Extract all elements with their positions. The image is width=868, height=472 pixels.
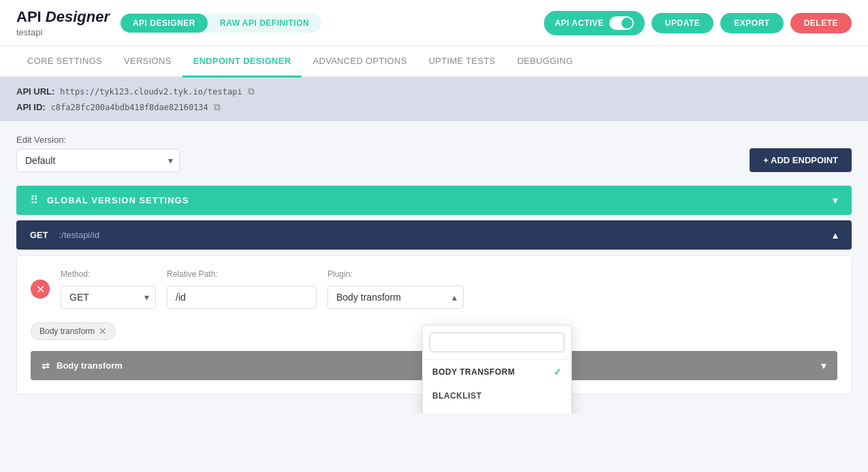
api-active-button[interactable]: API ACTIVE	[544, 11, 645, 35]
header-right: API ACTIVE UPDATE EXPORT DELETE	[544, 11, 852, 35]
api-info-bar: API URL: https://tyk123.cloudv2.tyk.io/t…	[0, 78, 868, 121]
header: API Designer testapi API DESIGNER RAW AP…	[0, 0, 868, 46]
endpoint-bar[interactable]: GET :/testapi/id ▴	[16, 220, 852, 250]
plugin-select-wrapper: Body transform	[327, 286, 464, 309]
tab-core-settings[interactable]: CORE SETTINGS	[16, 46, 113, 78]
drag-handle-icon: ⠿	[30, 194, 39, 207]
version-selector-group: Edit Version: Default	[16, 135, 180, 172]
method-select[interactable]: GET POST PUT DELETE	[61, 286, 156, 309]
raw-api-mode-btn[interactable]: RAW API DEFINITION	[208, 14, 321, 33]
edit-version-row: Edit Version: Default + ADD ENDPOINT	[16, 135, 852, 172]
api-active-toggle[interactable]	[609, 16, 634, 30]
mode-switcher: API DESIGNER RAW API DEFINITION	[120, 14, 321, 33]
tab-endpoint-designer[interactable]: ENDPOINT DESIGNER	[182, 46, 302, 78]
header-left: API Designer testapi API DESIGNER RAW AP…	[16, 8, 321, 37]
tag-label: Body transform	[39, 326, 95, 336]
version-label: Edit Version:	[16, 135, 180, 145]
dropdown-item-body-transform[interactable]: BODY TRANSFORM ✓	[423, 360, 571, 384]
add-endpoint-button[interactable]: + ADD ENDPOINT	[750, 148, 852, 172]
endpoint-fields: ✕ Method: GET POST PUT DELETE Relative P…	[31, 269, 837, 309]
dropdown-item-blacklist[interactable]: BLACKLIST	[423, 384, 571, 407]
check-icon: ✓	[553, 367, 562, 377]
api-active-label: API ACTIVE	[555, 18, 604, 28]
method-field-group: Method: GET POST PUT DELETE	[61, 269, 156, 309]
api-id-label: API ID:	[16, 102, 46, 112]
dropdown-search-area	[423, 326, 571, 360]
body-transform-label: Body transform	[57, 360, 123, 371]
global-settings-title: ⠿ GLOBAL VERSION SETTINGS	[30, 194, 189, 207]
copy-id-icon[interactable]: ⧉	[214, 101, 221, 113]
version-select[interactable]: Default	[16, 149, 180, 172]
main-content: Edit Version: Default + ADD ENDPOINT ⠿ G…	[0, 121, 868, 414]
path-field-group: Relative Path:	[167, 269, 317, 309]
delete-endpoint-button[interactable]: ✕	[31, 280, 50, 299]
plugin-field-label: Plugin:	[327, 269, 464, 279]
api-id-value: c8fa28fc200a4bdb418f8dae82160134	[51, 103, 208, 112]
app-subtitle: testapi	[16, 27, 110, 37]
endpoint-path-label: :/testapi/id	[59, 230, 99, 240]
nav-tabs: CORE SETTINGS VERSIONS ENDPOINT DESIGNER…	[0, 46, 868, 78]
body-transform-tag: Body transform ✕	[31, 322, 116, 340]
plugin-select[interactable]: Body transform	[327, 286, 464, 309]
tab-debugging[interactable]: DEBUGGING	[507, 46, 584, 78]
api-url-value: https://tyk123.cloudv2.tyk.io/testapi	[60, 87, 242, 97]
logo-area: API Designer testapi	[16, 8, 110, 37]
path-field-label: Relative Path:	[167, 269, 317, 279]
method-select-wrapper: GET POST PUT DELETE	[61, 286, 156, 309]
tab-uptime-tests[interactable]: UPTIME TESTS	[418, 46, 507, 78]
api-id-row: API ID: c8fa28fc200a4bdb418f8dae82160134…	[16, 101, 852, 113]
endpoint-info: GET :/testapi/id	[30, 230, 99, 240]
copy-url-icon[interactable]: ⧉	[248, 86, 255, 97]
plugin-field-group: Plugin: Body transform	[327, 269, 464, 309]
dropdown-item-label: BLACKLIST	[432, 391, 482, 401]
export-button[interactable]: EXPORT	[720, 13, 783, 33]
global-settings-label: GLOBAL VERSION SETTINGS	[47, 195, 189, 205]
update-button[interactable]: UPDATE	[652, 13, 713, 33]
tag-remove-button[interactable]: ✕	[99, 326, 107, 337]
app-title: API Designer	[16, 8, 110, 26]
global-version-settings-bar[interactable]: ⠿ GLOBAL VERSION SETTINGS ▾	[16, 186, 852, 215]
endpoint-chevron-icon: ▴	[833, 229, 838, 241]
body-transform-icon: ⇄	[42, 360, 50, 371]
dropdown-item-label: BODY TRANSFORM	[432, 367, 515, 377]
plugin-dropdown: BODY TRANSFORM ✓ BLACKLIST CACHE CIRCUIT…	[422, 325, 572, 414]
path-input[interactable]	[167, 286, 317, 309]
tab-versions[interactable]: VERSIONS	[113, 46, 182, 78]
dropdown-item-cache[interactable]: CACHE	[423, 407, 571, 414]
version-select-wrapper: Default	[16, 149, 180, 172]
endpoint-method-label: GET	[30, 230, 48, 240]
delete-button[interactable]: DELETE	[790, 13, 852, 33]
body-transform-chevron-icon: ▾	[821, 359, 826, 372]
dropdown-search-input[interactable]	[430, 333, 564, 352]
api-designer-mode-btn[interactable]: API DESIGNER	[120, 14, 208, 33]
api-url-row: API URL: https://tyk123.cloudv2.tyk.io/t…	[16, 86, 852, 97]
method-field-label: Method:	[61, 269, 156, 279]
api-url-label: API URL:	[16, 86, 54, 97]
tab-advanced-options[interactable]: ADVANCED OPTIONS	[302, 46, 417, 78]
plugin-section-title: ⇄ Body transform	[42, 360, 123, 371]
global-settings-chevron-icon: ▾	[833, 194, 838, 207]
dropdown-list: BODY TRANSFORM ✓ BLACKLIST CACHE CIRCUIT…	[423, 360, 571, 414]
